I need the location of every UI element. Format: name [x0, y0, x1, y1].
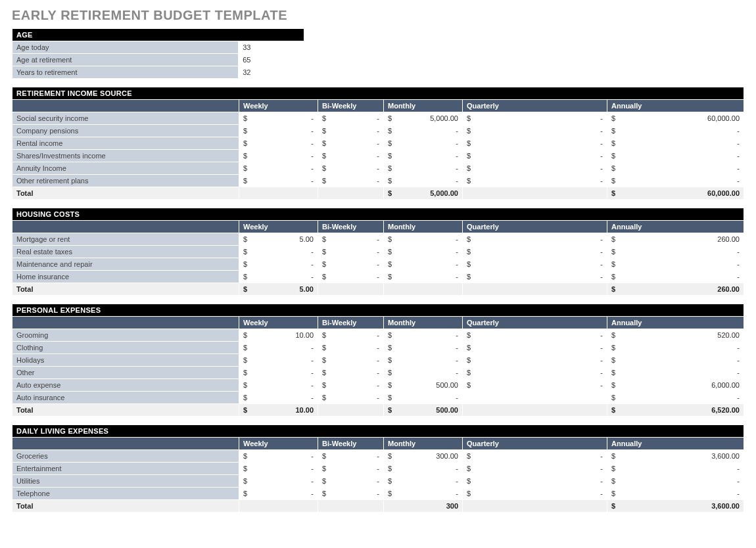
cell-value[interactable]: $- [607, 475, 744, 488]
cell-value[interactable]: $- [239, 271, 318, 283]
cell-value[interactable]: $- [239, 392, 318, 404]
cell-value[interactable]: $- [607, 367, 744, 379]
cell-value[interactable]: $- [607, 463, 744, 475]
cell-value[interactable]: $- [318, 125, 384, 137]
cell-value[interactable]: $520.00 [607, 329, 744, 342]
cell-value[interactable]: $- [463, 463, 607, 475]
cell-value[interactable]: $- [384, 150, 463, 162]
cell-value[interactable]: $- [318, 488, 384, 500]
cell-value[interactable]: $- [607, 258, 744, 271]
cell-value[interactable]: $- [384, 354, 463, 367]
cell-value[interactable]: $- [384, 162, 463, 175]
cell-value[interactable]: $5,000.00 [384, 112, 463, 125]
cell-value[interactable]: $- [384, 246, 463, 258]
cell-value[interactable] [463, 392, 607, 404]
cell-value[interactable]: $- [384, 475, 463, 488]
cell-value[interactable]: $- [384, 258, 463, 271]
cell-value[interactable]: $- [239, 175, 318, 187]
cell-value[interactable]: $- [607, 137, 744, 150]
cell-value[interactable]: $- [607, 150, 744, 162]
cell-value[interactable]: $- [239, 258, 318, 271]
cell-value[interactable]: $- [318, 354, 384, 367]
cell-value[interactable]: $- [239, 367, 318, 379]
cell-value[interactable]: $- [318, 475, 384, 488]
cell-value[interactable]: $- [384, 271, 463, 283]
cell-value[interactable]: $- [318, 392, 384, 404]
cell-value[interactable]: $- [607, 392, 744, 404]
cell-value[interactable]: $- [463, 162, 607, 175]
cell-value[interactable]: $- [239, 450, 318, 463]
cell-value[interactable]: $- [463, 488, 607, 500]
cell-value[interactable]: $- [239, 150, 318, 162]
cell-value[interactable]: $- [318, 367, 384, 379]
cell-value[interactable]: $- [239, 342, 318, 354]
cell-value[interactable]: $- [463, 246, 607, 258]
cell-value[interactable]: $10.00 [239, 329, 318, 342]
cell-value[interactable]: $- [239, 246, 318, 258]
cell-value[interactable]: $- [463, 329, 607, 342]
cell-value[interactable]: $- [384, 329, 463, 342]
cell-value[interactable]: $- [239, 125, 318, 137]
cell-value[interactable]: 65 [239, 54, 304, 66]
cell-value[interactable]: $- [239, 463, 318, 475]
cell-value[interactable]: $- [384, 233, 463, 246]
cell-value[interactable]: $- [239, 488, 318, 500]
cell-value[interactable]: $- [318, 379, 384, 392]
cell-value[interactable]: $- [384, 463, 463, 475]
cell-value[interactable]: $- [318, 342, 384, 354]
cell-value[interactable]: $- [384, 367, 463, 379]
cell-value[interactable]: $- [318, 150, 384, 162]
cell-value[interactable]: $- [463, 342, 607, 354]
cell-value[interactable]: $- [463, 475, 607, 488]
cell-value[interactable]: $- [384, 342, 463, 354]
cell-value[interactable]: $- [318, 162, 384, 175]
cell-value[interactable]: $6,000.00 [607, 379, 744, 392]
cell-value[interactable]: $- [318, 463, 384, 475]
cell-value[interactable]: $- [607, 271, 744, 283]
cell-value[interactable]: $500.00 [384, 379, 463, 392]
cell-value[interactable]: $- [318, 258, 384, 271]
cell-value[interactable]: $- [607, 342, 744, 354]
cell-value[interactable]: $- [384, 488, 463, 500]
cell-value[interactable]: $- [384, 137, 463, 150]
cell-value[interactable]: $60,000.00 [607, 112, 744, 125]
cell-value[interactable]: 32 [239, 66, 304, 79]
cell-value[interactable]: $- [318, 233, 384, 246]
cell-value[interactable]: $3,600.00 [607, 450, 744, 463]
cell-value[interactable]: $- [239, 354, 318, 367]
cell-value[interactable]: $- [607, 354, 744, 367]
cell-value[interactable]: $- [463, 125, 607, 137]
cell-value[interactable]: $5.00 [239, 233, 318, 246]
cell-value[interactable]: $- [607, 488, 744, 500]
cell-value[interactable]: $- [239, 137, 318, 150]
cell-value[interactable]: $300.00 [384, 450, 463, 463]
cell-value[interactable]: $- [463, 271, 607, 283]
cell-value[interactable]: $- [318, 329, 384, 342]
cell-value[interactable]: 33 [239, 41, 304, 54]
cell-value[interactable]: $- [239, 112, 318, 125]
cell-value[interactable]: $- [318, 246, 384, 258]
cell-value[interactable]: $- [463, 367, 607, 379]
cell-value[interactable]: $- [239, 475, 318, 488]
cell-value[interactable]: $- [384, 392, 463, 404]
cell-value[interactable]: $- [607, 246, 744, 258]
cell-value[interactable]: $- [318, 175, 384, 187]
cell-value[interactable]: $- [463, 450, 607, 463]
cell-value[interactable]: $- [607, 175, 744, 187]
cell-value[interactable]: $- [463, 175, 607, 187]
cell-value[interactable]: $- [384, 125, 463, 137]
cell-value[interactable]: $- [239, 379, 318, 392]
cell-value[interactable]: $- [463, 233, 607, 246]
cell-value[interactable]: $- [607, 162, 744, 175]
cell-value[interactable]: $- [463, 112, 607, 125]
cell-value[interactable]: $- [318, 271, 384, 283]
cell-value[interactable]: $- [318, 112, 384, 125]
cell-value[interactable]: $- [463, 137, 607, 150]
cell-value[interactable]: $- [318, 450, 384, 463]
cell-value[interactable]: $- [463, 354, 607, 367]
cell-value[interactable]: $- [463, 150, 607, 162]
cell-value[interactable]: $260.00 [607, 233, 744, 246]
cell-value[interactable]: $- [318, 137, 384, 150]
cell-value[interactable]: $- [463, 258, 607, 271]
cell-value[interactable]: $- [463, 379, 607, 392]
